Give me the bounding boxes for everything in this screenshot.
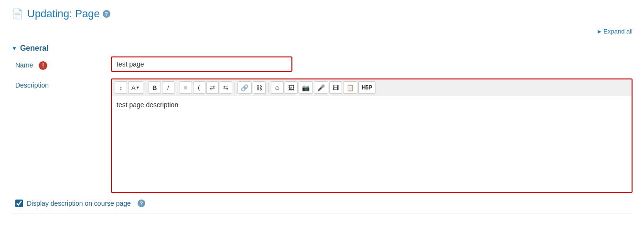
name-required-indicator: ! bbox=[39, 61, 47, 70]
page-bottom-border bbox=[11, 213, 633, 213]
name-label: Name ! bbox=[15, 56, 111, 70]
editor-wrapper: ↕ A ▼ B I ≡ ⦇ ⇄ ⇆ 🔗 ⛓ ☺ bbox=[111, 78, 633, 193]
toolbar-copy-button[interactable]: 📋 bbox=[343, 81, 357, 94]
toolbar-unordered-list-button[interactable]: ≡ bbox=[180, 81, 192, 94]
section-header-general: ▼ General bbox=[11, 39, 633, 56]
description-control-col: ↕ A ▼ B I ≡ ⦇ ⇄ ⇆ 🔗 ⛓ ☺ bbox=[111, 78, 633, 193]
section-toggle-general[interactable]: ▼ bbox=[11, 45, 17, 52]
toolbar-sep-4 bbox=[268, 83, 268, 92]
page-wrapper: 📄 Updating: Page ? Expand all ▼ General … bbox=[0, 0, 644, 221]
toolbar-align-left-button[interactable]: ⇄ bbox=[206, 81, 219, 94]
page-document-icon: 📄 bbox=[11, 8, 23, 20]
help-icon[interactable]: ? bbox=[103, 10, 110, 18]
toolbar-unlink-button[interactable]: ⛓ bbox=[253, 81, 266, 94]
toolbar-video-button[interactable]: 🎞 bbox=[329, 81, 342, 94]
general-section: ▼ General Name ! Description ↕ bbox=[11, 39, 633, 207]
toolbar-format-button[interactable]: ↕ bbox=[115, 81, 127, 94]
expand-all-container: Expand all bbox=[11, 28, 633, 35]
name-input[interactable] bbox=[111, 56, 292, 72]
toolbar-audio-button[interactable]: 🎤 bbox=[314, 81, 328, 94]
toolbar-media-button[interactable]: 📷 bbox=[299, 81, 313, 94]
display-description-row: Display description on course page ? bbox=[11, 200, 633, 207]
toolbar-link-button[interactable]: 🔗 bbox=[237, 81, 252, 94]
description-field-row: Description ↕ A ▼ B I ≡ ⦇ ⇄ ⇆ bbox=[11, 78, 633, 193]
page-title: Updating: Page bbox=[27, 8, 100, 20]
description-label: Description bbox=[15, 78, 111, 89]
toolbar-sep-2 bbox=[177, 83, 177, 92]
name-control-col bbox=[111, 56, 633, 72]
display-description-help-icon[interactable]: ? bbox=[138, 200, 145, 207]
editor-content[interactable]: test page description bbox=[112, 96, 632, 192]
toolbar-ordered-list-button[interactable]: ⦇ bbox=[193, 81, 205, 94]
toolbar-align-right-button[interactable]: ⇆ bbox=[220, 81, 232, 94]
section-title-general: General bbox=[20, 44, 49, 53]
toolbar-h5p-button[interactable]: H5P bbox=[358, 81, 376, 94]
expand-all-button[interactable]: Expand all bbox=[598, 28, 633, 35]
toolbar-bold-button[interactable]: B bbox=[149, 81, 161, 94]
page-header: 📄 Updating: Page ? bbox=[11, 8, 633, 20]
toolbar-sep-1 bbox=[146, 83, 146, 92]
display-description-checkbox[interactable] bbox=[15, 200, 23, 207]
display-description-label: Display description on course page bbox=[27, 200, 131, 207]
toolbar-sep-3 bbox=[235, 83, 235, 92]
toolbar-image-button[interactable]: 🖼 bbox=[285, 81, 298, 94]
editor-toolbar: ↕ A ▼ B I ≡ ⦇ ⇄ ⇆ 🔗 ⛓ ☺ bbox=[112, 79, 632, 96]
toolbar-font-button[interactable]: A ▼ bbox=[128, 81, 143, 94]
toolbar-italic-button[interactable]: I bbox=[162, 81, 174, 94]
toolbar-emoji-button[interactable]: ☺ bbox=[271, 81, 284, 94]
name-field-row: Name ! bbox=[11, 56, 633, 72]
